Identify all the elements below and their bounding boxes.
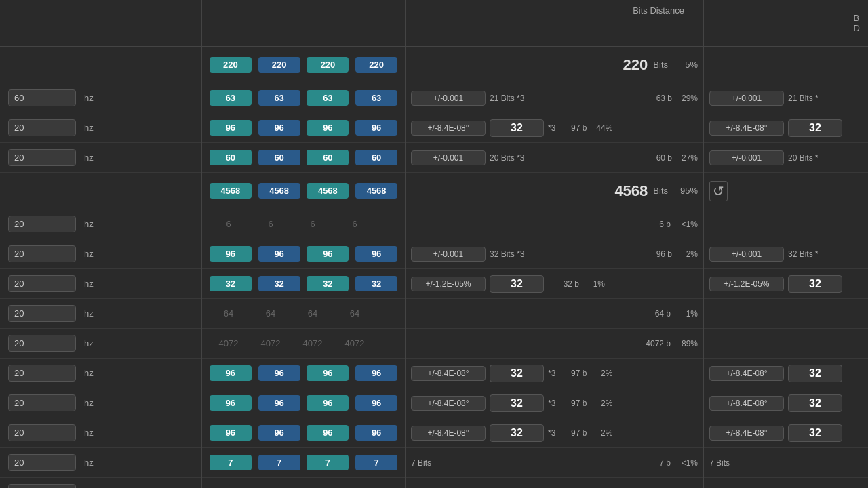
sr-unit-8: hz <box>84 308 94 319</box>
sr-input-6[interactable] <box>8 245 76 262</box>
sr-cell-13: hz <box>0 454 201 471</box>
max-bandwidth-column: 220220220220 63636363 96969696 60606060 … <box>202 0 406 488</box>
sr-row-2: hz <box>0 113 201 143</box>
sr-unit-9: hz <box>84 338 94 348</box>
base-row-3: 20 Bits *3 60 b 27% <box>406 143 703 173</box>
lod1-num-12[interactable] <box>788 424 842 442</box>
mb-cell-9: 4072407240724072 <box>202 329 381 359</box>
base-bits-3: 20 Bits *3 <box>490 153 641 163</box>
lod1-input1-3[interactable] <box>709 150 784 165</box>
base-stat-11: 97 b <box>559 399 587 408</box>
base-stat-10: 97 b <box>559 369 587 378</box>
mb-cell-6: 96969696 <box>202 246 405 262</box>
mb-row-8: 64646464 <box>202 299 405 329</box>
mb-val-11-3: 96 <box>355 395 397 411</box>
lod1-cell-2 <box>704 119 868 137</box>
sr-row-7: hz <box>0 269 201 299</box>
mb-val-13-1: 7 <box>258 455 300 470</box>
mb-row-4: 4568456845684568 <box>202 173 405 209</box>
base-pct-0: 5% <box>673 60 698 70</box>
base-column: Bits Distance 220 Bits 5% 21 Bits *3 63 … <box>406 0 704 488</box>
lod1-cell-7 <box>704 275 868 293</box>
lod1-input1-11[interactable] <box>709 396 784 411</box>
sample-rate-rows: hz hz hz hz hz hz <box>0 47 201 488</box>
sr-input-14[interactable] <box>8 484 76 488</box>
sr-cell-1: hz <box>0 89 201 106</box>
sr-input-3[interactable] <box>8 149 76 166</box>
sr-input-13[interactable] <box>8 454 76 471</box>
base-cell-11: *3 97 b 2% <box>406 394 703 412</box>
lod1-num-2[interactable] <box>788 119 842 137</box>
lod1-row-5 <box>704 209 868 239</box>
sr-input-10[interactable] <box>8 365 76 382</box>
lod1-icon-4[interactable]: ↺ <box>709 181 728 201</box>
sr-row-1: hz <box>0 83 201 113</box>
lod1-input1-1[interactable] <box>709 91 784 106</box>
base-label-0: Bits <box>653 60 668 70</box>
base-mult-2: *3 <box>548 123 555 133</box>
base-pct-2: 44% <box>591 123 612 133</box>
mb-val-3-0: 60 <box>210 150 252 165</box>
lod1-num-7[interactable] <box>788 275 842 293</box>
lod1-input1-12[interactable] <box>709 426 784 441</box>
base-input1-12[interactable] <box>411 426 486 441</box>
base-cell-10: *3 97 b 2% <box>406 365 703 382</box>
base-input1-10[interactable] <box>411 366 486 381</box>
sample-rate-header <box>0 0 201 47</box>
base-cell-13: 7 Bits 7 b <1% <box>406 458 703 468</box>
sr-input-2[interactable] <box>8 119 76 136</box>
mb-val-7-3: 32 <box>355 276 397 291</box>
sr-row-8: hz <box>0 299 201 329</box>
base-input1-6[interactable] <box>411 247 486 262</box>
lod1-input1-10[interactable] <box>709 366 784 381</box>
lod1-bits-3: 20 Bits * <box>788 153 863 163</box>
base-input1-1[interactable] <box>411 91 486 106</box>
base-stat-2: 97 b <box>559 123 587 133</box>
mb-val-6-2: 96 <box>307 246 349 262</box>
mb-val-13-3: 7 <box>355 455 397 470</box>
base-num-7[interactable] <box>490 275 544 293</box>
mb-row-2: 96969696 <box>202 113 405 143</box>
lod1-num-10[interactable] <box>788 365 842 382</box>
mb-val-0-1: 220 <box>258 57 300 73</box>
mb-val-1-0: 63 <box>210 90 252 106</box>
mb-val-11-2: 96 <box>307 395 349 411</box>
sr-unit-13: hz <box>84 458 94 468</box>
base-input1-7[interactable] <box>411 277 486 291</box>
lod1-row-7 <box>704 269 868 299</box>
sr-input-7[interactable] <box>8 275 76 292</box>
sample-rate-column: hz hz hz hz hz hz <box>0 0 202 488</box>
mb-row-10: 96969696 <box>202 359 405 388</box>
sr-input-8[interactable] <box>8 305 76 322</box>
base-pct-1: 29% <box>676 94 698 103</box>
base-summary-4: 4568 Bits 95% <box>406 182 703 200</box>
lod1-input1-2[interactable] <box>709 121 784 136</box>
sr-input-5[interactable] <box>8 216 76 232</box>
sr-input-9[interactable] <box>8 335 76 352</box>
lod1-input1-7[interactable] <box>709 277 784 291</box>
lod1-row-1: 21 Bits * <box>704 83 868 113</box>
sr-cell-8: hz <box>0 305 201 322</box>
base-stat-5: 6 b <box>644 220 671 229</box>
base-input1-3[interactable] <box>411 150 486 165</box>
mb-val-12-0: 96 <box>210 425 252 441</box>
mb-val-8-1: 64 <box>250 308 292 319</box>
base-input1-11[interactable] <box>411 396 486 411</box>
base-num-11[interactable] <box>490 394 544 412</box>
sr-input-12[interactable] <box>8 424 76 441</box>
sr-cell-14: hz <box>0 484 201 488</box>
base-num-12[interactable] <box>490 424 544 442</box>
sr-row-3: hz <box>0 143 201 173</box>
base-cell-3: 20 Bits *3 60 b 27% <box>406 150 703 165</box>
lod1-input1-6[interactable] <box>709 247 784 262</box>
sr-unit-2: hz <box>84 123 94 133</box>
base-num-10[interactable] <box>490 365 544 382</box>
sr-input-1[interactable] <box>8 89 76 106</box>
lod1-num-11[interactable] <box>788 394 842 412</box>
base-pct-9: 89% <box>676 339 698 348</box>
mb-val-3-2: 60 <box>307 150 349 165</box>
sr-input-11[interactable] <box>8 394 76 411</box>
lod1-row-8 <box>704 299 868 329</box>
base-input1-2[interactable] <box>411 121 486 136</box>
base-num-2[interactable] <box>490 119 544 137</box>
